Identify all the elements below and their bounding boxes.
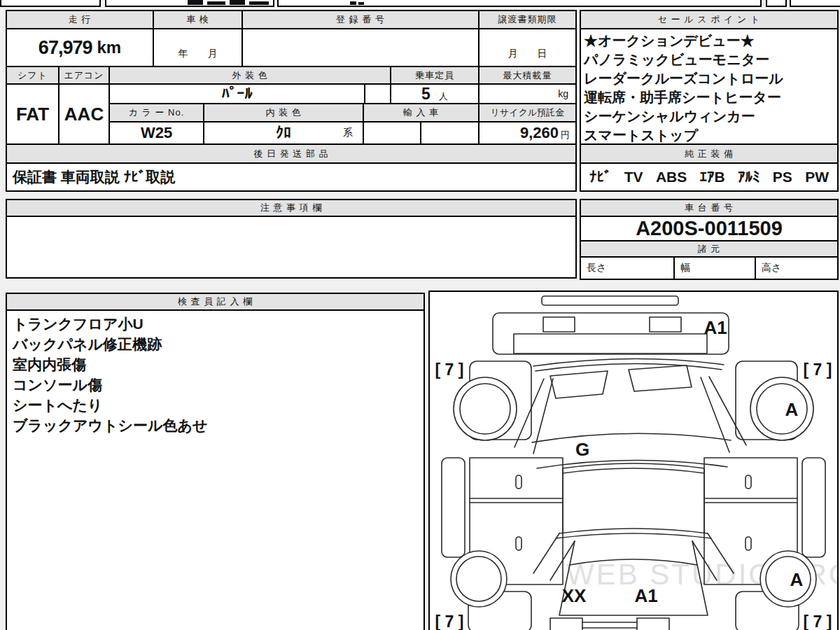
car-top-view-diagram: WEB STUDIO.PRO: [430, 292, 837, 630]
front-left-wheel-inner: [460, 384, 510, 434]
car-diagram-panel: WEB STUDIO.PRO: [428, 290, 839, 630]
transfer-deadline-header: 譲渡書類期限: [478, 10, 577, 29]
spec-width-cell: 幅: [673, 256, 756, 280]
equipment-item: ﾅﾋﾞ: [589, 169, 612, 186]
inspector-item: シートへたり: [13, 395, 418, 415]
sales-point-item: レーダークルーズコントロール: [584, 69, 834, 88]
inspector-body: トランクフロア小U バックパネル修正機跡 室内内張傷 コンソール傷 シートへたり…: [6, 309, 425, 630]
spec-height-label: 高さ: [756, 262, 781, 274]
equipment-item: TV: [624, 169, 643, 186]
bracket-label-rear-right: [ 7 ]: [804, 612, 832, 630]
equipment-item: ｱﾙﾐ: [738, 169, 760, 186]
front-bumper-step: [514, 334, 707, 354]
roof-side: [563, 468, 704, 533]
notes-header: 注 意 事 項 欄: [6, 199, 577, 217]
capacity-value-cell: 5 人: [390, 83, 479, 104]
door-handle: [516, 475, 522, 489]
damage-label-front-bumper: A1: [704, 317, 727, 338]
damage-label-front-right-wheel: A: [785, 399, 799, 420]
shaken-value-cell: 年 月: [153, 28, 243, 67]
rear-bumper-notch: [637, 618, 669, 630]
capacity-value: 5: [421, 85, 430, 104]
clipped-row-cell: [0, 0, 101, 7]
clipped-glyph-fragment: [188, 0, 203, 5]
recycle-deposit-value-cell: 9,260 円: [478, 121, 577, 145]
exterior-color-empty-cell: [364, 83, 391, 104]
sales-points-header: セ ー ル ス ポ イ ン ト: [580, 10, 839, 29]
wiper-panel: [550, 371, 608, 398]
clipped-glyph-fragment: [207, 1, 225, 5]
transfer-hint: 月 日: [508, 48, 547, 66]
damage-label-rear-hatch-left: XX: [562, 585, 587, 606]
inspector-item: 室内内張傷: [13, 354, 418, 374]
equipment-item: ABS: [656, 169, 687, 186]
roof-front-edge: [563, 463, 704, 468]
inspector-header: 検 査 員 記 入 欄: [6, 293, 425, 311]
capacity-header: 乗車定員: [390, 66, 479, 85]
clipped-row-cell: [790, 0, 840, 7]
spec-length-label: 長さ: [581, 262, 606, 274]
max-load-unit: kg: [558, 88, 575, 99]
equipment-body: ﾅﾋﾞ TV ABS ｴｱB ｱﾙﾐ PS PW: [580, 162, 839, 192]
clipped-glyph-fragment: [249, 1, 269, 5]
cowl-line: [533, 358, 724, 366]
bracket-label-front-left: [ 7 ]: [435, 360, 464, 379]
spec-width-label: 幅: [675, 262, 690, 274]
chassis-header: 車 台 番 号: [580, 199, 839, 217]
sales-point-item: シーケンシャルウィンカー: [584, 107, 834, 126]
later-parts-text: 保証書 車両取説 ﾅﾋﾞ取説: [7, 167, 175, 187]
chassis-number: A200S-0011509: [580, 216, 839, 241]
interior-color-suffix: 系: [343, 127, 353, 139]
shaken-header: 車 検: [153, 10, 243, 29]
registration-value-cell: [241, 28, 479, 67]
inspector-item: バックパネル修正機跡: [13, 334, 418, 354]
sales-point-item: パノラミックビューモニター: [584, 50, 834, 69]
max-load-value-cell: kg: [478, 83, 577, 104]
bracket-label-front-right: [ 7 ]: [804, 360, 832, 379]
rear-bumper-bars: [582, 622, 637, 628]
wiper-panel: [629, 365, 692, 391]
inspector-item: コンソール傷: [13, 374, 418, 395]
max-load-header: 最大積載量: [478, 66, 577, 85]
later-parts-value: 保証書 車両取説 ﾅﾋﾞ取説: [6, 162, 577, 192]
shift-value: FAT: [6, 83, 59, 145]
clipped-glyph-fragment: [358, 2, 364, 5]
aircon-value: AAC: [58, 83, 110, 145]
door-gap: [470, 498, 797, 503]
sales-point-item: ★オークションデビュー★: [584, 31, 834, 50]
mileage-value: 67,979: [38, 37, 92, 59]
recycle-deposit-value: 9,260: [520, 124, 559, 142]
color-no-header: カ ラ ー No.: [108, 103, 204, 122]
auction-sheet: 走 行 車 検 登 録 番 号 譲渡書類期限 67,979 km 年 月 月 日…: [0, 0, 840, 630]
sales-point-item: 運転席・助手席シートヒーター: [584, 88, 834, 107]
exterior-color-value: ﾊﾟｰﾙ: [108, 83, 365, 104]
side-sill: [442, 458, 465, 557]
roof-rear-edge: [559, 528, 708, 533]
specs-header: 諸 元: [580, 240, 839, 258]
door-handle: [746, 537, 751, 550]
inspector-item: トランクフロア小U: [13, 314, 418, 334]
mileage-value-cell: 67,979 km: [6, 28, 154, 67]
interior-color-value: ｸﾛ: [276, 124, 291, 142]
damage-label-rear-right-wheel: A: [790, 569, 804, 590]
front-lamp-cutout: [650, 317, 681, 332]
transfer-value-cell: 月 日: [478, 28, 577, 67]
import-car-empty-cell: [420, 121, 479, 145]
aircon-header: エアコン: [58, 66, 110, 85]
equipment-item: ｴｱB: [700, 169, 725, 186]
import-car-empty-cell: [363, 121, 421, 145]
windshield-top: [532, 433, 731, 442]
recycle-deposit-unit: 円: [561, 129, 570, 141]
side-sill: [802, 458, 825, 557]
spec-height-cell: 高さ: [755, 256, 839, 280]
clipped-row-cell: [766, 0, 787, 7]
clipped-glyph-fragment: [350, 1, 356, 5]
rear-window-band: [556, 533, 711, 538]
equipment-header: 純 正 装 備: [580, 144, 839, 164]
interior-color-value-cell: ｸﾛ 系: [203, 121, 364, 145]
a-pillar: [533, 379, 553, 454]
roof-front-edge: [563, 468, 704, 473]
door-handle: [746, 475, 751, 489]
damage-label-windshield: G: [575, 439, 589, 460]
front-right-wheel-inner: [757, 384, 807, 434]
